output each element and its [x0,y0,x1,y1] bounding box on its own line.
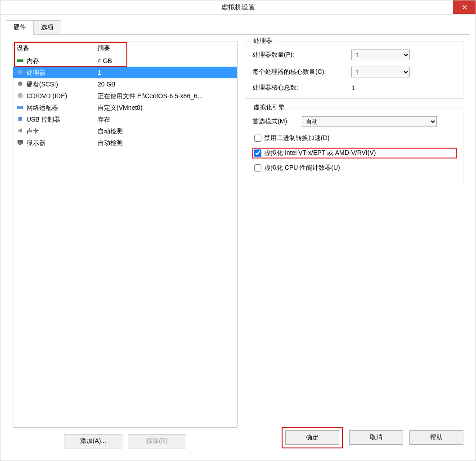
device-row[interactable]: 显示器自动检测 [13,137,237,149]
device-name: 显示器 [27,138,98,147]
chk-cpu-perf-label: 虚拟化 CPU 性能计数器(U) [264,164,340,172]
device-summary: 自动检测 [98,127,234,136]
pref-mode-label: 首选模式(M): [252,118,302,126]
device-column: 设备 摘要 内存4 GB处理器1硬盘(SCSI)20 GBCD/DVD (IDE… [13,41,238,448]
svg-rect-8 [19,144,21,145]
cpu-icon [17,69,24,76]
header-summary: 摘要 [98,44,234,52]
close-button[interactable]: ✕ [453,0,476,14]
device-name: 硬盘(SCSI) [27,80,98,89]
device-summary: 自定义(VMnet0) [98,103,234,112]
total-cores-label: 处理器核心总数: [252,84,351,92]
chk-binary-row[interactable]: 禁用二进制转换加速(D) [252,133,457,143]
chk-cpu-perf[interactable] [254,164,261,172]
add-button[interactable]: 添加(A)... [64,434,122,448]
tabs: 硬件 选项 [6,20,470,35]
network-icon [17,104,24,111]
settings-column: 处理器 处理器数量(P): 1 每个处理器的核心数量(C): [246,41,463,448]
close-icon: ✕ [462,3,467,12]
window-title: 虚拟机设置 [221,3,255,12]
chk-vtx-label: 虚拟化 Intel VT-x/EPT 或 AMD-V/RVI(V) [264,149,376,157]
content-area: 硬件 选项 设备 摘要 内存4 GB处理器1硬盘(SCSI)20 GBCD/DV… [0,15,476,461]
device-summary: 20 GB [98,80,234,89]
hdd-icon [17,81,24,88]
device-row[interactable]: 网络适配器自定义(VMnet0) [13,102,237,113]
ok-button[interactable]: 确定 [285,430,339,445]
cancel-button[interactable]: 取消 [349,430,403,445]
device-name: CD/DVD (IDE) [27,91,98,100]
virtualization-group-title: 虚拟化引擎 [251,104,287,112]
device-row[interactable]: CD/DVD (IDE)正在使用文件 E:\CentOS-6.5-x86_6..… [13,90,237,102]
device-list-header: 设备 摘要 [13,41,237,55]
total-cores-value: 1 [351,84,457,91]
device-buttons: 添加(A)... 移除(R) [13,434,238,448]
usb-icon [17,116,24,123]
device-summary: 自动检测 [98,138,234,147]
chk-cpu-perf-row[interactable]: 虚拟化 CPU 性能计数器(U) [252,163,457,173]
dialog-footer: 确定 取消 帮助 [282,427,463,448]
device-row[interactable]: 处理器1 [13,67,237,78]
device-row[interactable]: 内存4 GB [13,55,237,67]
highlight-ok-button: 确定 [282,427,343,448]
device-summary: 1 [98,68,234,77]
virtualization-group: 虚拟化引擎 首选模式(M): 自动 禁用二进制转换加速(D) [246,108,463,184]
cores-per-select[interactable]: 1 [351,67,410,77]
svg-point-2 [18,81,22,86]
svg-rect-5 [17,106,23,109]
device-list-body: 内存4 GB处理器1硬盘(SCSI)20 GBCD/DVD (IDE)正在使用文… [13,55,237,149]
device-name: 处理器 [27,68,98,77]
processor-group-title: 处理器 [251,37,275,45]
device-name: 声卡 [27,127,98,136]
hardware-panel: 设备 摘要 内存4 GB处理器1硬盘(SCSI)20 GBCD/DVD (IDE… [6,35,470,455]
tab-options[interactable]: 选项 [33,20,61,34]
device-name: 网络适配器 [27,103,98,112]
device-list[interactable]: 设备 摘要 内存4 GB处理器1硬盘(SCSI)20 GBCD/DVD (IDE… [13,41,238,428]
sound-icon [17,127,24,135]
svg-rect-7 [18,140,23,144]
device-summary: 4 GB [98,56,234,65]
svg-rect-1 [18,70,22,74]
svg-rect-0 [17,59,23,62]
chk-binary[interactable] [254,135,261,142]
chk-binary-label: 禁用二进制转换加速(D) [264,134,329,142]
device-name: 内存 [27,56,98,65]
display-icon [17,139,24,146]
titlebar: 虚拟机设置 ✕ [0,0,476,15]
device-summary: 存在 [98,115,234,124]
num-processors-label: 处理器数量(P): [252,51,351,59]
device-row[interactable]: 声卡自动检测 [13,125,237,137]
header-device: 设备 [17,44,98,52]
device-row[interactable]: USB 控制器存在 [13,113,237,125]
svg-rect-6 [18,117,22,121]
settings-window: 虚拟机设置 ✕ 硬件 选项 设备 摘要 内存4 GB处理器1硬盘(SCSI)20… [0,0,476,461]
pref-mode-select[interactable]: 自动 [302,116,437,127]
device-name: USB 控制器 [27,115,98,124]
device-row[interactable]: 硬盘(SCSI)20 GB [13,78,237,90]
chk-vtx-row[interactable]: 虚拟化 Intel VT-x/EPT 或 AMD-V/RVI(V) [252,148,457,158]
remove-button[interactable]: 移除(R) [128,434,186,448]
chk-vtx[interactable] [254,149,261,157]
num-processors-select[interactable]: 1 [351,50,410,60]
svg-point-4 [20,95,21,96]
processor-group: 处理器 处理器数量(P): 1 每个处理器的核心数量(C): [246,41,463,99]
cores-per-label: 每个处理器的核心数量(C): [252,68,351,76]
tab-hardware[interactable]: 硬件 [6,20,34,34]
cd-icon [17,92,24,99]
memory-icon [17,57,24,64]
device-summary: 正在使用文件 E:\CentOS-6.5-x86_6... [98,91,234,100]
help-button[interactable]: 帮助 [409,430,463,445]
